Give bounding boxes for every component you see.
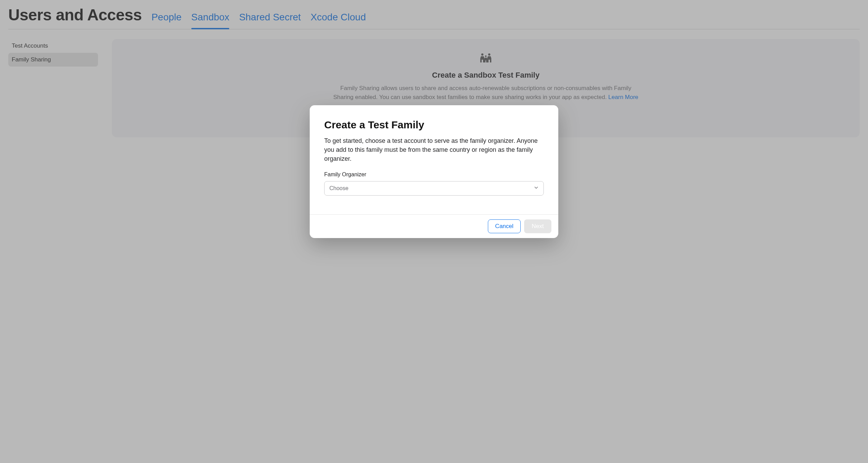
family-organizer-select-wrap: Choose <box>324 181 544 196</box>
create-test-family-modal: Create a Test Family To get started, cho… <box>310 105 558 238</box>
modal-overlay[interactable]: Create a Test Family To get started, cho… <box>0 0 868 463</box>
modal-description: To get started, choose a test account to… <box>324 136 544 163</box>
modal-body: Create a Test Family To get started, cho… <box>310 105 558 214</box>
select-placeholder: Choose <box>329 185 348 191</box>
family-organizer-label: Family Organizer <box>324 171 544 178</box>
modal-title: Create a Test Family <box>324 119 544 131</box>
family-organizer-select[interactable]: Choose <box>324 181 544 196</box>
next-button[interactable]: Next <box>524 219 551 233</box>
cancel-button[interactable]: Cancel <box>488 219 521 233</box>
modal-footer: Cancel Next <box>310 214 558 238</box>
chevron-down-icon <box>534 185 539 191</box>
